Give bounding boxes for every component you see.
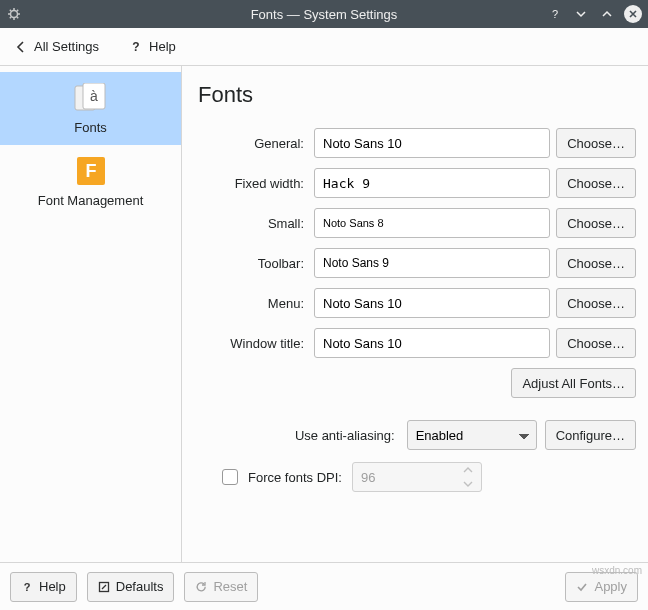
svg-text:à: à <box>90 88 98 104</box>
help-icon: ? <box>129 40 143 54</box>
app-icon <box>6 6 22 22</box>
antialias-combo[interactable]: Enabled <box>407 420 537 450</box>
minimize-button[interactable] <box>572 5 590 23</box>
toolbar: All Settings ? Help <box>0 28 648 66</box>
help-icon: ? <box>21 581 33 593</box>
choose-window-title-font-button[interactable]: Choose… <box>556 328 636 358</box>
choose-toolbar-font-button[interactable]: Choose… <box>556 248 636 278</box>
input-general[interactable] <box>323 136 541 151</box>
force-dpi-checkbox[interactable] <box>222 469 238 485</box>
toolbar-help-label: Help <box>149 39 176 54</box>
back-all-settings-button[interactable]: All Settings <box>8 35 105 58</box>
font-management-icon: F <box>4 153 177 189</box>
sidebar-item-label: Fonts <box>4 120 177 135</box>
font-form: General: Choose… Fixed width: Choose… Sm… <box>198 128 636 398</box>
content-area: Fonts General: Choose… Fixed width: Choo… <box>182 66 648 562</box>
spin-arrows-icon <box>463 466 477 488</box>
sidebar: à Fonts F Font Management <box>0 66 182 562</box>
label-force-dpi: Force fonts DPI: <box>248 470 342 485</box>
main-area: à Fonts F Font Management Fonts General:… <box>0 66 648 562</box>
anti-aliasing-row: Use anti-aliasing: Enabled Configure… <box>198 420 636 450</box>
svg-text:?: ? <box>132 40 139 54</box>
footer-apply-button[interactable]: Apply <box>565 572 638 602</box>
choose-fixed-width-button[interactable]: Choose… <box>556 168 636 198</box>
input-small[interactable] <box>323 217 541 229</box>
svg-point-0 <box>11 11 18 18</box>
footer-reset-label: Reset <box>213 579 247 594</box>
footer-reset-button[interactable]: Reset <box>184 572 258 602</box>
back-label: All Settings <box>34 39 99 54</box>
label-menu: Menu: <box>198 296 308 311</box>
input-fixed-width[interactable] <box>323 176 541 191</box>
footer-apply-label: Apply <box>594 579 627 594</box>
choose-small-button[interactable]: Choose… <box>556 208 636 238</box>
footer-defaults-label: Defaults <box>116 579 164 594</box>
svg-text:?: ? <box>552 8 558 20</box>
field-general[interactable] <box>314 128 550 158</box>
toolbar-help-button[interactable]: ? Help <box>123 35 182 58</box>
choose-menu-button[interactable]: Choose… <box>556 288 636 318</box>
input-toolbar-font[interactable] <box>323 256 541 270</box>
dpi-spinbox: 96 <box>352 462 482 492</box>
footer-defaults-button[interactable]: Defaults <box>87 572 175 602</box>
label-window-title-font: Window title: <box>198 336 308 351</box>
label-general: General: <box>198 136 308 151</box>
label-toolbar-font: Toolbar: <box>198 256 308 271</box>
arrow-left-icon <box>14 40 28 54</box>
choose-general-button[interactable]: Choose… <box>556 128 636 158</box>
defaults-icon <box>98 581 110 593</box>
field-window-title-font[interactable] <box>314 328 550 358</box>
dpi-row: Force fonts DPI: 96 <box>198 462 636 492</box>
sidebar-item-font-management[interactable]: F Font Management <box>0 145 181 218</box>
field-fixed-width[interactable] <box>314 168 550 198</box>
help-titlebar-button[interactable]: ? <box>546 5 564 23</box>
window-titlebar: Fonts — System Settings ? <box>0 0 648 28</box>
reset-icon <box>195 581 207 593</box>
footer: ? Help Defaults Reset Apply <box>0 562 648 610</box>
close-button[interactable] <box>624 5 642 23</box>
input-menu[interactable] <box>323 296 541 311</box>
label-fixed-width: Fixed width: <box>198 176 308 191</box>
label-antialias: Use anti-aliasing: <box>198 428 399 443</box>
sidebar-item-label: Font Management <box>4 193 177 208</box>
label-small: Small: <box>198 216 308 231</box>
field-menu[interactable] <box>314 288 550 318</box>
antialias-configure-button[interactable]: Configure… <box>545 420 636 450</box>
maximize-button[interactable] <box>598 5 616 23</box>
page-title: Fonts <box>198 82 636 108</box>
svg-text:F: F <box>85 161 96 181</box>
dpi-value: 96 <box>361 470 375 485</box>
sidebar-item-fonts[interactable]: à Fonts <box>0 72 181 145</box>
footer-help-label: Help <box>39 579 66 594</box>
apply-icon <box>576 581 588 593</box>
field-small[interactable] <box>314 208 550 238</box>
field-toolbar-font[interactable] <box>314 248 550 278</box>
input-window-title-font[interactable] <box>323 336 541 351</box>
fonts-icon: à <box>4 80 177 116</box>
footer-help-button[interactable]: ? Help <box>10 572 77 602</box>
svg-text:?: ? <box>24 581 31 593</box>
adjust-all-fonts-button[interactable]: Adjust All Fonts… <box>511 368 636 398</box>
